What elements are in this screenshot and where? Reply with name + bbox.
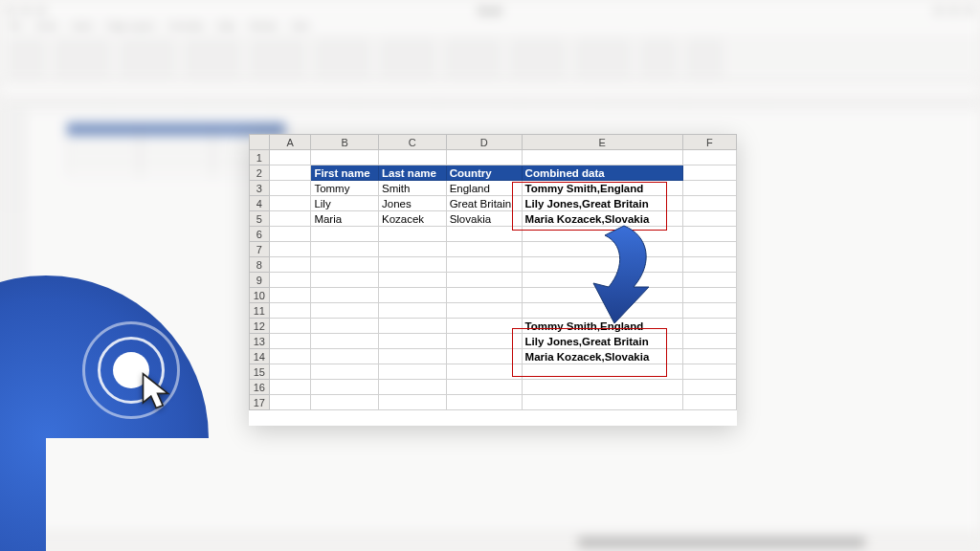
cell-C3[interactable]: Smith — [379, 181, 447, 196]
col-A[interactable]: A — [269, 135, 311, 150]
table-row: 1 — [250, 150, 737, 165]
formula-bar — [0, 84, 980, 98]
table-row: 2 First name Last name Country Combined … — [250, 165, 737, 181]
table-row: 3 Tommy Smith England Tommy Smith,Englan… — [250, 181, 737, 196]
table-row: 5 Maria Kozacek Slovakia Maria Kozacek,S… — [250, 211, 737, 227]
ribbon — [0, 34, 980, 82]
table-row: 15 — [250, 364, 737, 380]
row-1[interactable]: 1 — [250, 150, 270, 165]
row-5[interactable]: 5 — [250, 211, 270, 227]
cell-B5[interactable]: Maria — [311, 211, 379, 227]
table-row: 12 Tommy Smith,England — [250, 319, 737, 334]
cell-D3[interactable]: England — [446, 181, 522, 196]
cell-E5[interactable]: Maria Kozacek,Slovakia — [522, 211, 682, 227]
table-row: 4 Lily Jones Great Britain Lily Jones,Gr… — [250, 196, 737, 211]
menu-bar: FileHomeInsertPage LayoutFormulasDataRev… — [0, 21, 980, 34]
col-C[interactable]: C — [379, 135, 447, 150]
cell-C5[interactable]: Kozacek — [379, 211, 447, 227]
col-F[interactable]: F — [682, 135, 736, 150]
table-row: 7 — [250, 242, 737, 257]
row-3[interactable]: 3 — [250, 181, 270, 196]
cell-result-2[interactable]: Lily Jones,Great Britain — [522, 334, 682, 349]
table-row: 11 — [250, 303, 737, 319]
cell-E3[interactable]: Tommy Smith,England — [522, 181, 682, 196]
table-row: 14 Maria Kozacek,Slovakia — [250, 349, 737, 364]
title-bar: Excel — [0, 0, 980, 21]
table-row: 13 Lily Jones,Great Britain — [250, 334, 737, 349]
cell-C4[interactable]: Jones — [379, 196, 447, 211]
col-D[interactable]: D — [446, 135, 522, 150]
header-country[interactable]: Country — [446, 165, 522, 181]
row-2[interactable]: 2 — [250, 165, 270, 181]
cell-D5[interactable]: Slovakia — [446, 211, 522, 227]
table-row: 8 — [250, 257, 737, 273]
table-row: 17 — [250, 395, 737, 410]
cell-result-1[interactable]: Tommy Smith,England — [522, 319, 682, 334]
header-combined-data[interactable]: Combined data — [522, 165, 682, 181]
cell-B4[interactable]: Lily — [311, 196, 379, 211]
header-last-name[interactable]: Last name — [379, 165, 447, 181]
table-row: 10 — [250, 288, 737, 303]
cell-E4[interactable]: Lily Jones,Great Britain — [522, 196, 682, 211]
main-spreadsheet[interactable]: A B C D E F 1 2 First name Last name Cou… — [249, 134, 737, 426]
col-B[interactable]: B — [311, 135, 379, 150]
row-4[interactable]: 4 — [250, 196, 270, 211]
cell-result-3[interactable]: Maria Kozacek,Slovakia — [522, 349, 682, 364]
table-row: 6 — [250, 227, 737, 242]
cell-D4[interactable]: Great Britain — [446, 196, 522, 211]
table-row: 16 — [250, 380, 737, 395]
col-E[interactable]: E — [522, 135, 682, 150]
status-bar — [0, 532, 980, 551]
table-row: 9 — [250, 273, 737, 288]
header-first-name[interactable]: First name — [311, 165, 379, 181]
cell-B3[interactable]: Tommy — [311, 181, 379, 196]
column-headers: A B C D E F — [250, 135, 737, 150]
